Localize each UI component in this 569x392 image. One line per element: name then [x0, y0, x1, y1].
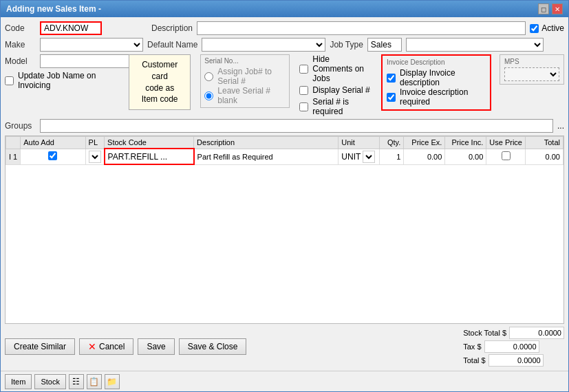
row-price-ex: 0.00 — [404, 149, 445, 164]
col-qty: Qty. — [380, 137, 404, 149]
mps-title: MPS — [504, 58, 559, 65]
job-type-select[interactable] — [406, 38, 544, 52]
row-unit: UNIT — [339, 149, 380, 164]
tooltip-line1: Customer card — [142, 60, 178, 81]
tax-value: 0.0000 — [484, 340, 539, 353]
assign-serial-label: Assign Job# to Serial # — [217, 67, 286, 86]
make-select[interactable] — [40, 38, 143, 52]
stock-tab[interactable]: Stock — [34, 374, 66, 389]
copy-icon-btn[interactable]: 📋 — [87, 374, 102, 389]
action-bar: Create Similar ✕ Cancel Save Save & Clos… — [5, 327, 564, 367]
left-col: Model Update Job Name on Invoicing — [5, 54, 122, 90]
update-job-checkbox[interactable] — [5, 76, 14, 85]
display-invoice-row: Display Invoice description — [387, 68, 486, 87]
display-serial-label: Display Serial # — [312, 85, 369, 95]
use-price-checkbox[interactable] — [502, 151, 511, 160]
description-label: Description — [151, 23, 193, 33]
unit-select[interactable] — [363, 151, 375, 163]
total-value: 0.0000 — [489, 354, 544, 367]
invoice-section: Invoice Description Display Invoice desc… — [381, 54, 491, 111]
restore-button[interactable]: ◻ — [538, 3, 549, 14]
total-row: Total $ 0.0000 — [463, 354, 564, 367]
col-description: Description — [194, 137, 339, 149]
row-stock-code[interactable]: PART.REFILL ... — [105, 149, 194, 164]
stock-total-row: Stock Total $ 0.0000 — [463, 327, 564, 339]
hide-comments-row: Hide Comments on Jobs — [299, 54, 372, 83]
col-pl: PL — [85, 137, 105, 149]
total-label: Total $ — [463, 356, 485, 364]
row-auto-add[interactable] — [21, 149, 85, 164]
col-auto-add: Auto Add — [21, 137, 85, 149]
row-make: Make Default Name Job Type — [5, 38, 564, 52]
row-pl — [85, 149, 105, 164]
code-input[interactable] — [40, 21, 102, 35]
mps-select[interactable] — [504, 67, 559, 81]
leave-serial-row: Leave Serial # blank — [204, 86, 286, 105]
col-use-price: Use Price — [486, 137, 526, 149]
save-close-button[interactable]: Save & Close — [179, 338, 247, 355]
auto-add-checkbox[interactable] — [48, 151, 57, 160]
groups-dots-button[interactable]: ... — [557, 121, 564, 131]
col-price-ex: Price Ex. — [404, 137, 445, 149]
create-similar-button[interactable]: Create Similar — [5, 338, 75, 355]
col-unit: Unit — [339, 137, 380, 149]
model-row: Model — [5, 54, 122, 68]
default-name-select[interactable] — [202, 38, 325, 52]
footer-tabs: Item Stock ☷ 📋 📁 — [5, 374, 120, 389]
row-code-desc: Code Description Active — [5, 21, 564, 35]
groups-input[interactable] — [40, 119, 553, 133]
row-description: Part Refill as Required — [194, 149, 339, 164]
assign-serial-row: Assign Job# to Serial # — [204, 67, 286, 86]
window-title: Adding new Sales Item - — [6, 4, 101, 14]
make-label: Make — [5, 40, 36, 50]
cancel-button[interactable]: ✕ Cancel — [79, 338, 133, 355]
active-checkbox[interactable] — [530, 24, 539, 33]
model-input[interactable] — [40, 54, 143, 68]
cancel-label: Cancel — [99, 342, 125, 351]
hide-comments-label: Hide Comments on Jobs — [312, 54, 372, 83]
invoice-required-checkbox[interactable] — [387, 93, 396, 102]
item-tab[interactable]: Item — [5, 374, 32, 389]
job-type-label: Job Type — [330, 40, 363, 50]
serial-required-checkbox[interactable] — [299, 102, 308, 111]
items-table-container: Auto Add PL Stock Code Description Unit … — [5, 135, 564, 324]
active-label: Active — [541, 23, 564, 33]
leave-serial-radio[interactable] — [204, 91, 213, 100]
form-content: Code Description Active Make Default Nam… — [1, 17, 568, 371]
display-serial-checkbox[interactable] — [299, 86, 308, 95]
mps-section: MPS — [500, 54, 564, 85]
title-bar-controls: ◻ ✕ — [538, 3, 563, 14]
serial-required-label: Serial # is required — [312, 97, 372, 116]
code-label: Code — [5, 23, 36, 33]
groups-row: Groups ... — [5, 119, 564, 133]
tax-row: Tax $ 0.0000 — [463, 340, 564, 353]
hide-comments-checkbox[interactable] — [299, 65, 308, 74]
row-model: Model Update Job Name on Invoicing Custo… — [5, 54, 564, 116]
folder-icon-btn[interactable]: 📁 — [105, 374, 120, 389]
job-type-input[interactable] — [367, 38, 402, 52]
list-icon-btn[interactable]: ☷ — [69, 374, 84, 389]
serial-required-row: Serial # is required — [299, 97, 372, 116]
serial-section: Serial No... Assign Job# to Serial # Lea… — [200, 54, 290, 108]
pl-select[interactable] — [89, 151, 101, 163]
close-button[interactable]: ✕ — [552, 3, 563, 14]
row-num: I 1 — [6, 149, 21, 164]
row-qty: 1 — [380, 149, 404, 164]
items-table: Auto Add PL Stock Code Description Unit … — [6, 136, 563, 165]
stock-total-label: Stock Total $ — [463, 329, 506, 337]
cancel-icon: ✕ — [88, 341, 96, 352]
totals-section: Stock Total $ 0.0000 Tax $ 0.0000 Total … — [463, 327, 564, 367]
invoice-required-label: Invoice description required — [400, 87, 486, 107]
display-invoice-checkbox[interactable] — [387, 74, 396, 83]
serial-title: Serial No... — [204, 57, 286, 65]
tax-label: Tax $ — [463, 342, 481, 351]
save-button[interactable]: Save — [138, 338, 174, 355]
main-window: Adding new Sales Item - ◻ ✕ Code Descrip… — [0, 0, 569, 392]
row-use-price[interactable] — [486, 149, 526, 164]
leave-serial-label: Leave Serial # blank — [217, 86, 286, 105]
groups-label: Groups — [5, 121, 36, 131]
assign-serial-radio[interactable] — [204, 72, 213, 81]
description-input[interactable] — [197, 21, 526, 35]
default-name-label: Default Name — [147, 40, 197, 50]
col-stock-code: Stock Code — [105, 137, 194, 149]
